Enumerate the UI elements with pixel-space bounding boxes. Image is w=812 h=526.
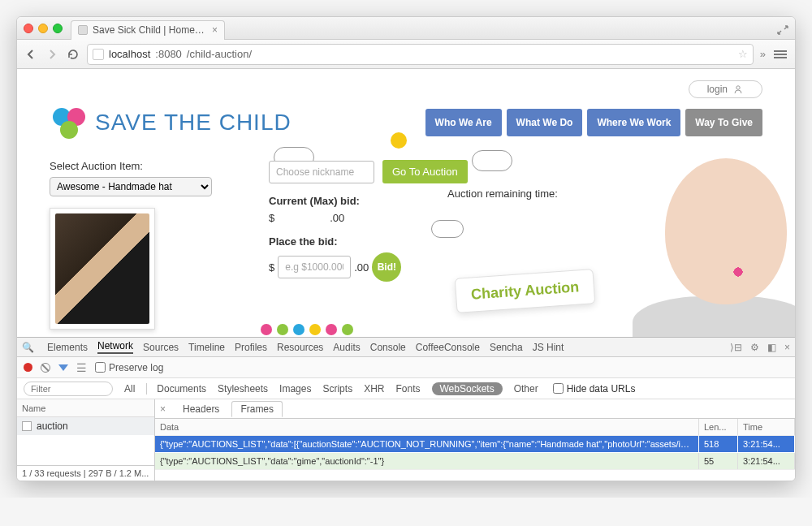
url-port: :8080 [155,48,182,60]
request-list: Name auction 1 / 33 requests | 297 B / 1… [17,399,155,481]
item-photo [55,213,149,324]
currency-prefix: $ [269,212,274,224]
butterfly-doodle-icon [730,264,746,280]
frame-data: {"type":"AUCTIONS_LIST","data":"gime","a… [155,453,699,470]
filter-other[interactable]: Other [514,383,538,394]
filter-documents[interactable]: Documents [146,383,206,394]
browser-tab[interactable]: Save Sick Child | Home Pa… × [71,20,225,40]
devtools-tab-jshint[interactable]: JS Hint [533,342,564,353]
request-row[interactable]: auction [17,417,154,435]
frame-time: 3:21:54... [738,436,795,453]
auction-item-select[interactable]: Awesome - Handmade hat [50,177,212,196]
view-toggle-icon[interactable]: ☰ [76,361,87,374]
frame-row[interactable]: {"type":"AUCTIONS_LIST","data":"gime","a… [155,453,795,470]
expand-icon[interactable] [777,24,788,33]
devtools-tab-sencha[interactable]: Sencha [490,342,523,353]
devtools-tab-elements[interactable]: Elements [47,342,88,353]
devtools-tab-network[interactable]: Network [97,340,133,354]
drawer-toggle-icon[interactable]: ⟩⊟ [730,342,742,353]
filter-input[interactable] [24,382,113,396]
dock-icon[interactable]: ◧ [767,342,776,353]
detail-subtabs: × Headers Frames [155,399,795,419]
hide-data-urls-checkbox[interactable] [553,383,564,394]
sun-doodle-icon [382,124,415,157]
url-path: /child-auction/ [187,48,252,60]
clear-icon[interactable] [41,363,50,373]
back-button[interactable] [24,47,38,62]
devtools-tab-console[interactable]: Console [370,342,406,353]
overflow-icon[interactable]: » [760,48,766,60]
bid-button[interactable]: Bid! [372,252,401,282]
detail-close-icon[interactable]: × [160,403,166,415]
preserve-log-checkbox[interactable] [95,362,106,373]
svg-point-0 [736,86,740,89]
currency-prefix: $ [269,261,274,274]
main-nav: Who We Are What We Do Where We Work Way … [425,109,762,136]
filter-xhr[interactable]: XHR [364,383,384,394]
tab-title: Save Sick Child | Home Pa… [93,24,207,36]
devtools-tab-coffeeconsole[interactable]: CoffeeConsole [416,342,480,353]
go-to-auction-button[interactable]: Go To Auction [382,160,468,183]
menu-icon[interactable] [772,49,788,60]
frames-header-data[interactable]: Data [155,419,699,436]
filter-images[interactable]: Images [279,383,311,394]
forward-button[interactable] [45,47,59,62]
nav-way-to-give[interactable]: Way To Give [685,109,762,136]
frames-header-length[interactable]: Len... [699,419,738,436]
logo-text: SAVE THE CHILD [95,110,292,136]
devtools-tab-audits[interactable]: Audits [333,342,360,353]
network-filters: All Documents Stylesheets Images Scripts… [17,378,795,399]
filter-fonts[interactable]: Fonts [395,383,420,394]
request-list-header: Name [17,399,154,417]
devtools-close-icon[interactable]: × [784,342,790,353]
filter-stylesheets[interactable]: Stylesheets [218,383,268,394]
login-icon [732,85,744,93]
bid-amount-input[interactable] [278,256,351,278]
frames-header-time[interactable]: Time [738,419,795,436]
logo-mark-icon [50,103,89,142]
child-photo [616,150,795,337]
devtools-tab-resources[interactable]: Resources [277,342,323,353]
filter-all[interactable]: All [124,383,135,394]
favicon-icon [78,25,88,35]
request-icon [22,421,32,431]
devtools-tab-profiles[interactable]: Profiles [235,342,267,353]
settings-gear-icon[interactable]: ⚙ [750,342,759,353]
window-zoom-icon[interactable] [53,24,63,33]
logo[interactable]: SAVE THE CHILD [50,103,292,142]
preserve-log-toggle[interactable]: Preserve log [95,362,163,373]
nav-what-we-do[interactable]: What We Do [507,109,583,136]
reload-button[interactable] [66,47,80,62]
window-close-icon[interactable] [24,24,33,33]
filter-scripts[interactable]: Scripts [322,383,352,394]
filter-websockets[interactable]: WebSockets [432,382,503,395]
subtab-frames[interactable]: Frames [231,401,283,417]
frame-data: {"type":"AUCTIONS_LIST","data":[{"auctio… [155,436,699,453]
frames-table: Data Len... Time {"type":"AUCTIONS_LIST"… [155,419,795,470]
select-label: Select Auction Item: [50,160,244,172]
record-icon[interactable] [24,363,32,372]
tab-close-icon[interactable]: × [212,24,218,36]
url-bar: localhost:8080/child-auction/ ☆ » [17,40,795,69]
address-bar[interactable]: localhost:8080/child-auction/ ☆ [87,44,754,65]
window-minimize-icon[interactable] [38,24,48,33]
auction-item-panel: Select Auction Item: Awesome - Handmade … [50,160,244,337]
hide-data-urls-toggle[interactable]: Hide data URLs [553,383,636,394]
request-summary: 1 / 33 requests | 297 B / 1.2 M... [17,465,154,481]
nav-where-we-work[interactable]: Where We Work [587,109,680,136]
search-icon[interactable]: 🔍 [22,342,34,353]
filter-icon[interactable] [58,364,68,371]
page-icon [93,49,104,60]
devtools-tab-timeline[interactable]: Timeline [188,342,225,353]
devtools-tab-sources[interactable]: Sources [143,342,179,353]
nickname-input[interactable] [269,161,374,183]
login-button[interactable]: login [689,80,762,98]
frame-row[interactable]: {"type":"AUCTIONS_LIST","data":[{"auctio… [155,436,795,453]
url-host: localhost [109,48,150,60]
nav-who-we-are[interactable]: Who We Are [425,109,502,136]
browser-window: Save Sick Child | Home Pa… × localhost:8… [16,16,796,481]
preserve-log-label: Preserve log [109,362,163,373]
bookmark-star-icon[interactable]: ☆ [738,48,748,60]
network-toolbar: ☰ Preserve log [17,357,795,378]
subtab-headers[interactable]: Headers [174,401,228,417]
